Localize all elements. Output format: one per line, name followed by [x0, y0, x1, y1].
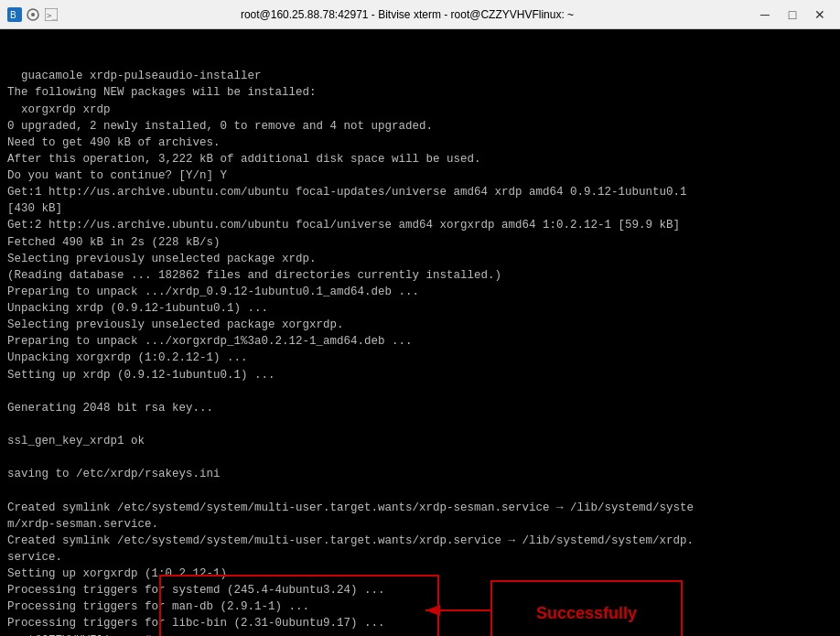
- terminal-body[interactable]: guacamole xrdp-pulseaudio-installer The …: [0, 29, 840, 636]
- svg-text:>_: >_: [47, 11, 57, 20]
- svg-text:B: B: [10, 10, 16, 20]
- settings-icon: [26, 7, 40, 22]
- svg-point-3: [31, 13, 35, 16]
- maximize-button[interactable]: □: [780, 5, 805, 25]
- success-label: Successfully: [536, 601, 637, 625]
- window-controls: ─ □ ✕: [752, 5, 833, 25]
- minimize-button[interactable]: ─: [752, 5, 778, 25]
- terminal-icon: >_: [44, 7, 59, 22]
- success-box: Successfully: [490, 580, 683, 636]
- titlebar: B >_ root@160.25.88.78:42971 - Bitvise x…: [0, 0, 840, 29]
- terminal-output: guacamole xrdp-pulseaudio-installer The …: [7, 68, 833, 636]
- bitvise-icon: B: [7, 7, 22, 22]
- titlebar-icons-left: B >_: [7, 7, 59, 22]
- window-title: root@160.25.88.78:42971 - Bitvise xterm …: [68, 8, 747, 21]
- close-button[interactable]: ✕: [807, 5, 833, 25]
- terminal-window: B >_ root@160.25.88.78:42971 - Bitvise x…: [0, 0, 840, 636]
